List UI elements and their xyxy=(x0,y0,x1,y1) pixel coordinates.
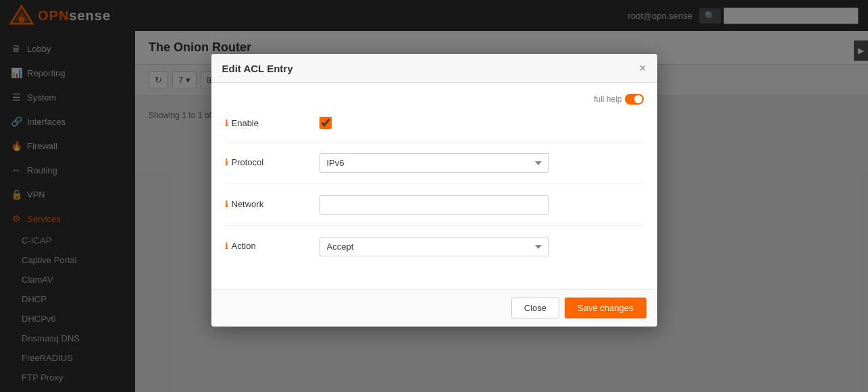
help-row: full help xyxy=(225,94,644,105)
protocol-info-icon[interactable]: ℹ xyxy=(225,157,228,167)
modal-header: Edit ACL Entry × xyxy=(211,54,657,83)
modal-overlay: Edit ACL Entry × full help ℹ Enable xyxy=(0,0,868,392)
save-button[interactable]: Save changes xyxy=(565,298,646,318)
protocol-control: IPv4 IPv6 IPv4+IPv6 xyxy=(320,153,644,173)
edit-acl-modal: Edit ACL Entry × full help ℹ Enable xyxy=(211,54,657,327)
network-control xyxy=(320,195,644,215)
help-label: full help xyxy=(594,94,621,104)
protocol-label: ℹ Protocol xyxy=(225,153,320,167)
action-label: ℹ Action xyxy=(225,237,320,251)
action-select[interactable]: Accept Reject Drop xyxy=(320,237,549,256)
enable-label: ℹ Enable xyxy=(225,114,320,128)
form-row-enable: ℹ Enable xyxy=(225,114,644,142)
help-toggle-icon[interactable] xyxy=(625,94,644,105)
form-row-action: ℹ Action Accept Reject Drop xyxy=(225,237,644,267)
form-row-network: ℹ Network xyxy=(225,195,644,226)
action-control: Accept Reject Drop xyxy=(320,237,644,256)
network-label: ℹ Network xyxy=(225,195,320,209)
modal-footer: Close Save changes xyxy=(211,289,657,327)
action-info-icon[interactable]: ℹ xyxy=(225,241,228,251)
network-input[interactable] xyxy=(320,195,549,215)
modal-title: Edit ACL Entry xyxy=(222,63,293,74)
enable-checkbox[interactable] xyxy=(320,117,332,129)
enable-info-icon[interactable]: ℹ xyxy=(225,118,228,128)
help-toggle: full help xyxy=(594,94,643,105)
protocol-select[interactable]: IPv4 IPv6 IPv4+IPv6 xyxy=(320,153,549,173)
close-button[interactable]: Close xyxy=(511,298,559,318)
modal-close-button[interactable]: × xyxy=(639,62,646,74)
enable-control xyxy=(320,114,644,131)
modal-body: full help ℹ Enable ℹ Protocol xyxy=(211,83,657,289)
network-info-icon[interactable]: ℹ xyxy=(225,199,228,209)
form-row-protocol: ℹ Protocol IPv4 IPv6 IPv4+IPv6 xyxy=(225,153,644,184)
